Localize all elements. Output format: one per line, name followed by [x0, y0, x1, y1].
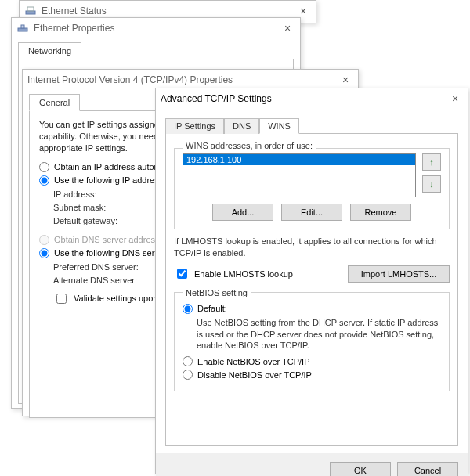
window-advanced-tcpip: Advanced TCP/IP Settings × IP Settings D…	[155, 88, 468, 474]
label-gateway: Default gateway:	[53, 216, 163, 225]
radio-use-ip-input[interactable]	[39, 175, 49, 186]
radio-use-ip-label: Use the following IP address:	[54, 175, 165, 185]
wins-address-list[interactable]: 192.168.1.100	[183, 153, 416, 197]
close-icon[interactable]: ×	[447, 93, 463, 104]
tab-dns[interactable]: DNS	[224, 118, 259, 134]
move-up-button[interactable]: ↑	[422, 153, 441, 171]
import-lmhosts-button[interactable]: Import LMHOSTS...	[348, 265, 450, 283]
add-button[interactable]: Add...	[212, 204, 273, 221]
tab-wins[interactable]: WINS	[259, 118, 299, 134]
close-icon[interactable]: ×	[338, 74, 353, 85]
radio-netbios-enable-label: Enable NetBIOS over TCP/IP	[197, 357, 309, 366]
edit-button[interactable]: Edit...	[281, 204, 342, 221]
radio-obtain-dns-input	[39, 235, 49, 245]
radio-netbios-disable-label: Disable NetBIOS over TCP/IP	[197, 370, 312, 380]
svg-rect-1	[27, 7, 34, 11]
radio-netbios-default[interactable]: Default:	[183, 304, 441, 314]
svg-rect-2	[18, 28, 27, 31]
radio-netbios-enable-input[interactable]	[183, 356, 193, 366]
dialog-footer: OK Cancel	[156, 453, 468, 476]
label-pref-dns: Preferred DNS server:	[53, 262, 163, 272]
title-status: Ethernet Status	[42, 5, 295, 16]
radio-netbios-enable[interactable]: Enable NetBIOS over TCP/IP	[183, 356, 441, 366]
remove-button[interactable]: Remove	[350, 204, 411, 221]
title-ipv4: Internet Protocol Version 4 (TCP/IPv4) P…	[27, 74, 338, 85]
netbios-legend: NetBIOS setting	[183, 288, 251, 298]
check-lmhosts-input[interactable]	[177, 269, 187, 279]
svg-rect-3	[21, 25, 24, 28]
tabs-advanced: IP Settings DNS WINS WINS addresses, in …	[165, 118, 458, 446]
netbios-default-text: Use NetBIOS setting from the DHCP server…	[197, 317, 441, 352]
network-icon	[24, 5, 37, 17]
close-icon[interactable]: ×	[295, 5, 311, 16]
check-lmhosts[interactable]: Enable LMHOSTS lookup	[174, 266, 293, 281]
label-subnet: Subnet mask:	[53, 203, 163, 212]
title-advanced: Advanced TCP/IP Settings	[161, 93, 447, 104]
tab-general[interactable]: General	[29, 94, 80, 111]
cancel-button[interactable]: Cancel	[397, 462, 458, 477]
check-lmhosts-label: Enable LMHOSTS lookup	[194, 269, 293, 279]
arrow-down-icon: ↓	[429, 179, 434, 189]
radio-obtain-ip-input[interactable]	[39, 162, 49, 172]
wins-address-item[interactable]: 192.168.1.100	[183, 154, 415, 165]
label-alt-dns: Alternate DNS server:	[53, 276, 163, 285]
label-ip: IP address:	[53, 189, 163, 199]
titlebar-props: Ethernet Properties ×	[12, 18, 300, 38]
radio-use-dns-input[interactable]	[39, 248, 49, 258]
wins-list-label: WINS addresses, in order of use:	[183, 141, 316, 150]
tab-networking[interactable]: Networking	[18, 42, 81, 60]
title-props: Ethernet Properties	[34, 23, 280, 34]
svg-rect-0	[26, 11, 35, 14]
network-icon	[16, 22, 29, 34]
close-icon[interactable]: ×	[280, 23, 295, 34]
titlebar-advanced: Advanced TCP/IP Settings ×	[156, 88, 468, 109]
radio-netbios-disable-input[interactable]	[183, 370, 193, 380]
tab-ip-settings[interactable]: IP Settings	[165, 118, 224, 134]
radio-netbios-disable[interactable]: Disable NetBIOS over TCP/IP	[183, 370, 441, 380]
radio-netbios-default-label: Default:	[197, 304, 227, 313]
lmhosts-note: If LMHOSTS lookup is enabled, it applies…	[174, 236, 450, 259]
move-down-button[interactable]: ↓	[422, 175, 441, 193]
ok-button[interactable]: OK	[330, 462, 391, 477]
arrow-up-icon: ↑	[429, 157, 434, 167]
check-validate-input[interactable]	[56, 294, 67, 304]
radio-netbios-default-input[interactable]	[183, 304, 193, 314]
